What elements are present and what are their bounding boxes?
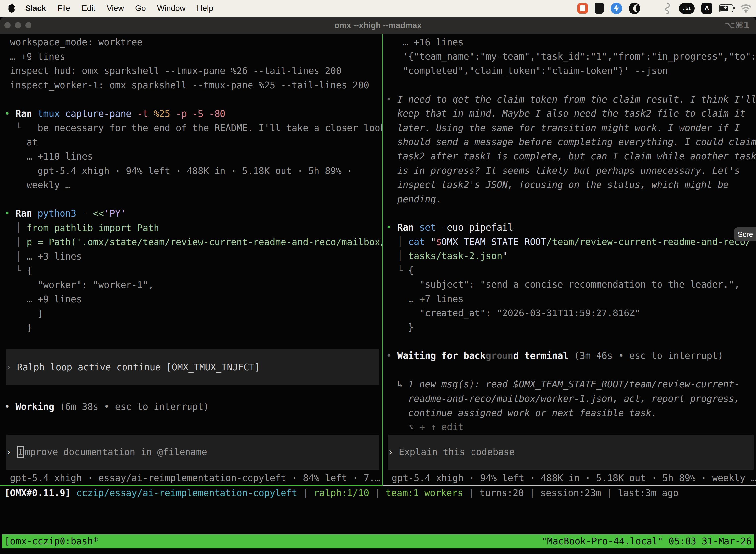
omx-status-segment xyxy=(71,488,76,498)
battery-fill xyxy=(720,6,728,11)
apple-menu-icon[interactable] xyxy=(7,3,16,13)
input-source-icon[interactable]: A xyxy=(701,3,712,14)
terminal-line: } xyxy=(386,320,756,334)
menu-item-go[interactable]: Go xyxy=(135,4,146,13)
pane-status-line: gpt-5.4 xhigh · 94% left · 488K in · 5.1… xyxy=(386,471,756,485)
terminal-line: } xyxy=(4,321,382,335)
terminal-line: └ { xyxy=(386,263,756,277)
screen: Slack FileEditViewGoWindowHelp ..61 A xyxy=(0,0,756,554)
macos-menubar: Slack FileEditViewGoWindowHelp ..61 A xyxy=(0,0,756,17)
terminal-line: '{"team_name":"my-team","task_id":"1","f… xyxy=(386,49,756,63)
dragon-icon[interactable] xyxy=(663,2,672,14)
battery-nub xyxy=(734,7,735,9)
tmux-status-bar: [omx-cczip0:bash* "MacBook-Pro-44.local"… xyxy=(2,535,754,548)
terminal-line xyxy=(4,192,382,207)
terminal-line: ↳ 1 new msg(s): read $OMX_TEAM_STATE_ROO… xyxy=(386,377,756,391)
terminal-line: weekly … xyxy=(4,178,382,192)
terminal-line: ] xyxy=(4,307,382,321)
terminal-line: continue assigned work or next feasible … xyxy=(386,406,756,420)
terminal-line xyxy=(4,335,382,349)
omx-status-segment: cczip/essay/ai-reimplementation-copyleft xyxy=(76,488,297,498)
terminal-line xyxy=(386,206,756,220)
terminal-line: … +7 lines xyxy=(386,292,756,306)
terminal-line xyxy=(386,363,756,377)
omx-status-segment: | xyxy=(601,488,618,498)
terminal-pane-left[interactable]: workspace_mode: worktree … +9 lines insp… xyxy=(0,34,383,486)
terminal-line: inspect task2's JSON, focusing on the st… xyxy=(386,178,756,192)
inject-banner[interactable]: › Ralph loop active continue [OMX_TMUX_I… xyxy=(6,349,379,385)
terminal-line: ⌥ + ↑ edit xyxy=(386,420,756,434)
menu-item-help[interactable]: Help xyxy=(197,4,213,13)
prompt-input[interactable]: › Improve documentation in @filename xyxy=(6,435,379,470)
terminal-line xyxy=(4,385,382,400)
terminal-line: │ cat "$OMX_TEAM_STATE_ROOT/team/review-… xyxy=(386,235,756,249)
minimize-button[interactable] xyxy=(15,22,21,28)
window-controls xyxy=(4,17,32,34)
terminal-line: is in progress? It seems likely but perh… xyxy=(386,164,756,178)
menu-item-window[interactable]: Window xyxy=(157,4,186,13)
menu-item-view[interactable]: View xyxy=(107,4,124,13)
omx-status-segment: | xyxy=(524,488,541,498)
terminal-line: … +9 lines xyxy=(4,50,382,64)
terminal-line: later. Using the same for transition mig… xyxy=(386,121,756,135)
zoom-button[interactable] xyxy=(25,22,32,28)
terminal-line xyxy=(4,92,382,107)
terminal-line: workspace_mode: worktree xyxy=(4,35,382,50)
shield-grid-icon[interactable] xyxy=(594,3,604,14)
menubar-status-icons: ..61 A xyxy=(577,0,752,17)
window-bottom-gap xyxy=(0,548,756,554)
menu-app-name[interactable]: Slack xyxy=(25,4,46,13)
screen-overlay-tooltip[interactable]: Scre xyxy=(734,227,756,241)
chat-bubble-shape xyxy=(580,5,585,11)
terminal-line: should send a message before completing … xyxy=(386,135,756,149)
menu-item-file[interactable]: File xyxy=(58,4,70,13)
tmux-session-label: [omx-cczip0:bash* xyxy=(4,535,99,548)
window-title: omx --xhigh --madmax xyxy=(334,20,422,30)
terminal-line: └ { xyxy=(4,264,382,278)
input-source-label: A xyxy=(705,4,709,12)
dots-grid-icon[interactable] xyxy=(647,4,656,13)
terminal-line: │ from pathlib import Path xyxy=(4,221,382,235)
terminal-line: inspect_hud: omx sparkshell --tmux-pane … xyxy=(4,64,382,78)
terminal-line: "created_at": "2026-03-31T11:59:27.816Z" xyxy=(386,306,756,320)
orange-chat-icon[interactable] xyxy=(577,3,588,14)
terminal-line: • Working (6m 38s • esc to interrupt) xyxy=(4,400,382,414)
terminal-line: • Waiting for background terminal (3m 46… xyxy=(386,349,756,363)
omx-status-segment: | xyxy=(463,488,480,498)
terminal-line: … +110 lines xyxy=(4,150,382,164)
terminal-line: gpt-5.4 xhigh · essay/ai-reimplementatio… xyxy=(4,471,382,485)
omx-status-segment: turns:20 xyxy=(480,488,524,498)
terminal-line: … +16 lines xyxy=(386,35,756,49)
moon-circle-icon[interactable] xyxy=(629,3,640,14)
omx-status-segment: | xyxy=(297,488,314,498)
terminal-line: › Explain this codebase xyxy=(388,445,754,459)
terminal-line xyxy=(386,78,756,92)
terminal-line: "subject": "send a concise recommendatio… xyxy=(386,277,756,292)
omx-status-segment: session:23m xyxy=(541,488,601,498)
pane-status-line: gpt-5.4 xhigh · essay/ai-reimplementatio… xyxy=(4,471,382,485)
bolt-shape xyxy=(612,4,621,13)
prompt-input[interactable]: › Explain this codebase xyxy=(388,435,754,470)
window-titlebar[interactable]: omx --xhigh --madmax ⌥⌘1 xyxy=(0,17,756,34)
menu-item-edit[interactable]: Edit xyxy=(82,4,95,13)
terminal-line xyxy=(386,335,756,349)
terminal-pane-right[interactable]: … +16 lines '{"team_name":"my-team","tas… xyxy=(383,34,756,486)
pane-footer: › Explain this codebase gpt-5.4 xhigh · … xyxy=(386,434,756,485)
terminal-line: • Ran python3 - <<'PY' xyxy=(4,207,382,221)
omx-status-segment: ralph:1/10 xyxy=(314,488,369,498)
terminal-line: • Ran tmux capture-pane -t %25 -p -S -80 xyxy=(4,107,382,121)
omx-status-bar: [OMX#0.11.9] cczip/essay/ai-reimplementa… xyxy=(0,486,756,500)
menu-items: FileEditViewGoWindowHelp xyxy=(58,4,213,13)
terminal-line: • I need to get the claim token from the… xyxy=(386,92,756,107)
battery-icon[interactable] xyxy=(719,4,734,12)
terminal-line: │ … +3 lines xyxy=(4,250,382,264)
terminal-line: "completed","claim_token":"claim-token"}… xyxy=(386,64,756,78)
terminal-line: inspect_worker-1: omx sparkshell --tmux-… xyxy=(4,78,382,93)
messenger-bolt-icon[interactable] xyxy=(611,3,622,14)
terminal-line: pending. xyxy=(386,192,756,206)
badge-61-icon[interactable]: ..61 xyxy=(679,3,695,14)
close-button[interactable] xyxy=(4,22,11,28)
omx-status-segment: team:1 workers xyxy=(386,488,463,498)
terminal-line: • Ran set -euo pipefail xyxy=(386,220,756,234)
wifi-icon[interactable] xyxy=(740,4,752,13)
